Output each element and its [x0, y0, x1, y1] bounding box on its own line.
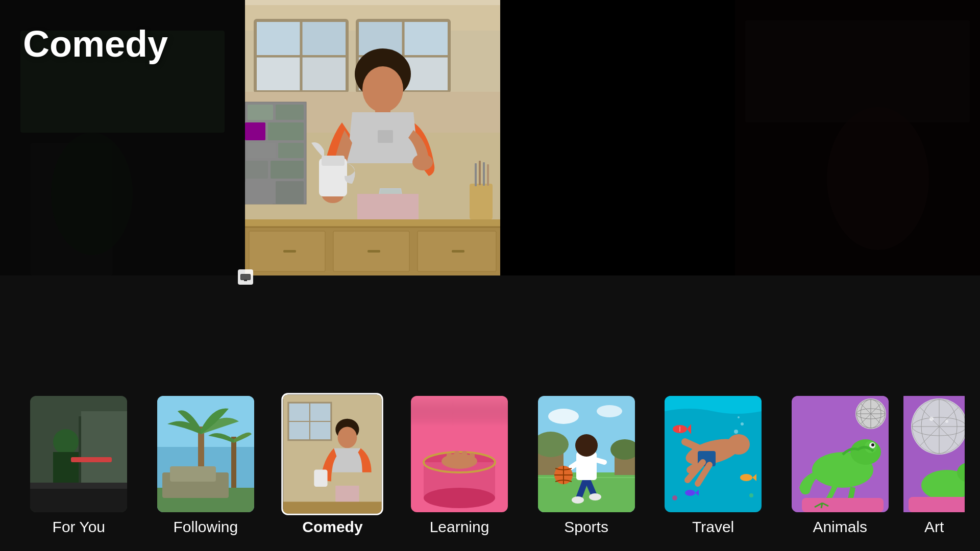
- thumb-art-image: [903, 396, 965, 512]
- svg-rect-167: [802, 498, 884, 512]
- svg-rect-17: [257, 22, 300, 55]
- svg-rect-32: [248, 105, 273, 120]
- svg-rect-74: [244, 280, 247, 281]
- svg-point-163: [850, 439, 881, 465]
- svg-point-151: [738, 416, 740, 418]
- svg-rect-34: [245, 122, 265, 140]
- svg-rect-82: [30, 488, 127, 512]
- tab-art[interactable]: Art: [903, 396, 965, 536]
- svg-rect-49: [322, 156, 345, 166]
- svg-rect-64: [283, 250, 296, 253]
- svg-point-148: [749, 493, 753, 497]
- svg-rect-98: [314, 469, 328, 487]
- svg-point-134: [727, 434, 750, 455]
- tab-learning[interactable]: Learning: [396, 396, 523, 536]
- svg-rect-83: [30, 483, 127, 489]
- thumb-sports-image: [538, 396, 635, 512]
- svg-rect-66: [452, 250, 464, 253]
- svg-rect-111: [411, 396, 508, 427]
- tab-comedy[interactable]: Comedy: [269, 396, 396, 536]
- svg-rect-18: [303, 22, 346, 55]
- svg-rect-41: [276, 181, 304, 204]
- svg-rect-20: [303, 58, 346, 90]
- svg-point-143: [740, 474, 752, 481]
- svg-rect-33: [276, 105, 304, 120]
- svg-rect-185: [909, 497, 965, 512]
- svg-rect-81: [71, 457, 112, 462]
- thumb-comedy-image: [282, 393, 384, 515]
- svg-rect-69: [479, 161, 481, 185]
- svg-rect-39: [271, 161, 304, 179]
- tab-following[interactable]: Following: [142, 396, 270, 536]
- svg-rect-37: [278, 143, 304, 158]
- svg-rect-108: [454, 451, 459, 465]
- tab-comedy-label: Comedy: [302, 518, 362, 536]
- svg-rect-19: [257, 58, 300, 90]
- svg-rect-90: [170, 466, 216, 482]
- thumb-learning-image: [411, 396, 508, 512]
- tab-art-label: Art: [924, 518, 944, 536]
- tab-animals-label: Animals: [813, 518, 867, 536]
- svg-rect-73: [241, 274, 250, 280]
- svg-rect-100: [283, 502, 383, 515]
- main-video-area: [245, 0, 500, 276]
- svg-point-128: [575, 434, 598, 457]
- thumb-for-you-image: [30, 396, 127, 512]
- svg-rect-55: [245, 219, 500, 227]
- svg-rect-36: [248, 143, 276, 158]
- svg-point-47: [412, 154, 433, 170]
- svg-point-182: [945, 420, 948, 423]
- svg-rect-87: [231, 437, 236, 493]
- main-video-svg: [245, 0, 500, 276]
- svg-rect-65: [368, 250, 380, 253]
- svg-rect-35: [268, 122, 304, 140]
- tab-sports[interactable]: Sports: [523, 396, 650, 536]
- tab-learning-label: Learning: [430, 518, 489, 536]
- svg-point-124: [589, 493, 601, 500]
- tab-travel[interactable]: Travel: [650, 396, 777, 536]
- svg-rect-28: [405, 58, 448, 90]
- main-container: Comedy: [0, 0, 980, 551]
- svg-point-123: [572, 496, 584, 504]
- svg-rect-77: [81, 411, 127, 488]
- svg-rect-38: [245, 161, 268, 179]
- svg-point-181: [929, 417, 934, 421]
- tab-travel-label: Travel: [692, 518, 734, 536]
- svg-rect-107: [447, 453, 452, 466]
- tab-sports-label: Sports: [564, 518, 608, 536]
- svg-rect-110: [470, 453, 475, 466]
- tab-for-you-label: For You: [53, 518, 105, 536]
- svg-rect-40: [245, 181, 273, 204]
- svg-point-145: [685, 490, 695, 496]
- thumb-following-image: [157, 396, 254, 512]
- thumb-travel-image: [665, 396, 762, 512]
- svg-rect-67: [470, 184, 493, 219]
- svg-rect-45: [378, 130, 393, 143]
- tab-following-label: Following: [174, 518, 238, 536]
- svg-point-114: [597, 405, 622, 417]
- svg-rect-109: [462, 451, 467, 465]
- svg-point-79: [53, 429, 79, 455]
- svg-point-166: [871, 443, 874, 446]
- tab-for-you[interactable]: For You: [15, 396, 142, 536]
- svg-rect-71: [487, 164, 489, 186]
- svg-rect-70: [483, 162, 485, 186]
- tab-animals[interactable]: Animals: [776, 396, 903, 536]
- thumb-animals-image: [792, 396, 889, 512]
- svg-point-149: [734, 430, 738, 434]
- svg-point-43: [362, 66, 403, 112]
- tv-overlay-icon: [238, 269, 253, 285]
- svg-rect-26: [405, 22, 448, 55]
- svg-point-147: [672, 495, 677, 500]
- thumbnails-row: For You: [0, 396, 980, 536]
- svg-point-113: [548, 409, 579, 424]
- background-right-blur: [735, 0, 980, 276]
- svg-rect-9: [735, 0, 980, 276]
- category-label: Comedy: [23, 23, 168, 65]
- svg-point-150: [741, 422, 744, 425]
- svg-rect-68: [475, 163, 477, 186]
- svg-point-104: [424, 488, 495, 508]
